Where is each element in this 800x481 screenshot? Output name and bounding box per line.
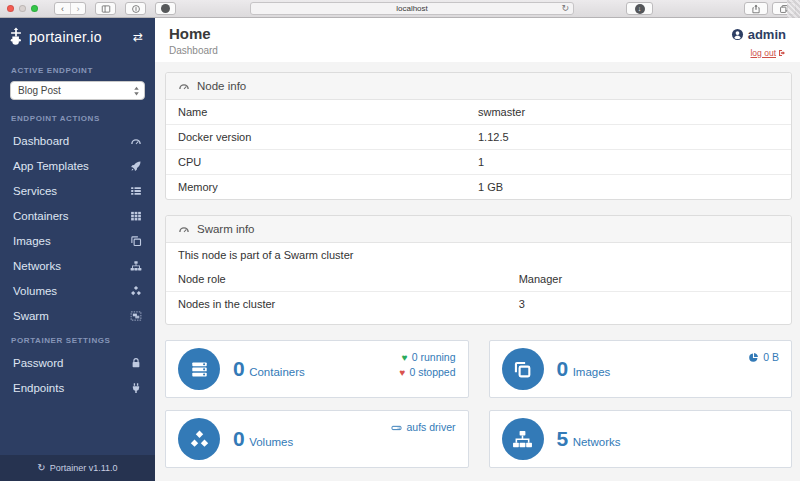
sidebar-item-swarm[interactable]: Swarm: [0, 303, 155, 328]
sidebar-item-app-templates[interactable]: App Templates: [0, 153, 155, 178]
logo[interactable]: portainer.io ⇄: [0, 18, 155, 57]
circle-line-icon: [131, 4, 141, 14]
refresh-icon[interactable]: ↻: [561, 3, 569, 14]
sidebar-item-dashboard[interactable]: Dashboard: [0, 128, 155, 153]
table-row: Name swmaster: [166, 100, 791, 124]
sitemap-icon: [512, 429, 533, 450]
heartbeat-red-icon: ♥: [399, 368, 405, 378]
containers-details: ♥ 0 running ♥ 0 stopped: [399, 350, 455, 380]
extension-icon: [161, 4, 170, 13]
minimize-window-button[interactable]: [19, 5, 26, 12]
images-count: 0: [557, 357, 569, 380]
row-label: Nodes in the cluster: [166, 292, 507, 316]
sidebar-item-label: Networks: [13, 260, 61, 272]
share-icon: [751, 4, 761, 14]
extension-button[interactable]: [155, 2, 176, 15]
sidebar-toggle-button[interactable]: [95, 2, 116, 15]
sitemap-icon: [130, 260, 142, 272]
user-box: admin log out: [731, 27, 786, 60]
networks-count: 5: [557, 427, 569, 450]
sidebar-item-label: Dashboard: [13, 135, 69, 147]
images-size: 0 B: [763, 350, 779, 365]
row-value: Manager: [507, 267, 574, 291]
row-value: 1: [466, 150, 496, 174]
window-controls: [7, 5, 38, 12]
volumes-details: aufs driver: [391, 420, 455, 435]
volumes-count: 0: [233, 427, 245, 450]
tachometer-icon: [178, 223, 190, 235]
logout-label: log out: [750, 48, 776, 58]
hdd-icon: [391, 422, 402, 433]
reader-button[interactable]: [125, 2, 146, 15]
images-card[interactable]: 0 Images 0 B: [489, 340, 793, 398]
sidebar-item-label: Swarm: [13, 310, 49, 322]
cubes-icon: [189, 429, 210, 450]
address-bar[interactable]: localhost ↻: [250, 2, 574, 15]
sidebar-item-containers[interactable]: Containers: [0, 203, 155, 228]
row-value: 1 GB: [466, 175, 515, 199]
tachometer-icon: [130, 135, 142, 147]
close-window-button[interactable]: [7, 5, 14, 12]
row-label: CPU: [166, 150, 466, 174]
row-label: Memory: [166, 175, 466, 199]
sidebar-item-services[interactable]: Services: [0, 178, 155, 203]
row-value: 3: [507, 292, 537, 316]
logout-link[interactable]: log out: [750, 48, 786, 58]
swarm-cluster-note: This node is part of a Swarm cluster: [166, 243, 791, 267]
sidebar-item-label: Containers: [13, 210, 69, 222]
sign-out-icon: [778, 49, 786, 57]
page-header: Home Dashboard admin log out: [155, 18, 800, 62]
sidebar-panel-icon: [101, 4, 111, 14]
forward-icon[interactable]: ›: [70, 3, 85, 14]
downloads-button[interactable]: ↓: [626, 2, 653, 15]
running-count: 0 running: [412, 350, 456, 365]
share-button[interactable]: [744, 2, 768, 15]
heartbeat-green-icon: ♥: [402, 353, 408, 363]
node-info-header: Node info: [166, 73, 791, 100]
sidebar: portainer.io ⇄ ACTIVE ENDPOINT Blog Post…: [0, 18, 155, 481]
username: admin: [748, 27, 786, 42]
grid-icon: [130, 210, 142, 222]
sidebar-item-images[interactable]: Images: [0, 228, 155, 253]
list-icon: [130, 185, 142, 197]
node-info-panel: Node info Name swmaster Docker version 1…: [165, 72, 792, 200]
endpoint-select[interactable]: Blog Post: [10, 81, 145, 100]
url-text: localhost: [396, 4, 428, 13]
endpoint-select-value: Blog Post: [18, 85, 61, 96]
tachometer-icon: [178, 80, 190, 92]
user-circle-icon: [731, 28, 744, 41]
row-label: Docker version: [166, 125, 466, 149]
sidebar-item-label: Images: [13, 235, 51, 247]
sidebar-item-password[interactable]: Password: [0, 350, 155, 375]
window-corner: [787, 0, 800, 18]
swarm-info-header: Swarm info: [166, 216, 791, 243]
images-details: 0 B: [748, 350, 779, 365]
volumes-card[interactable]: 0 Volumes aufs driver: [165, 410, 469, 468]
swarm-info-table: Node role Manager Nodes in the cluster 3: [166, 267, 791, 316]
zoom-window-button[interactable]: [31, 5, 38, 12]
networks-card[interactable]: 5 Networks: [489, 410, 793, 468]
panel-title: Swarm info: [197, 223, 255, 235]
table-row: Docker version 1.12.5: [166, 124, 791, 149]
images-circle: [502, 348, 544, 390]
sidebar-footer: ↻ Portainer v1.11.0: [0, 455, 155, 481]
select-caret-icon: [133, 85, 140, 99]
pie-chart-icon: [748, 352, 759, 363]
row-label: Name: [166, 100, 466, 124]
download-icon: ↓: [635, 4, 645, 14]
sidebar-item-label: App Templates: [13, 160, 89, 172]
row-value: swmaster: [466, 100, 537, 124]
sidebar-item-endpoints[interactable]: Endpoints: [0, 375, 155, 400]
containers-card[interactable]: 0 Containers ♥ 0 running ♥ 0 stopped: [165, 340, 469, 398]
sidebar-item-volumes[interactable]: Volumes: [0, 278, 155, 303]
containers-label: Containers: [249, 366, 305, 378]
portainer-logo-icon: [8, 27, 24, 47]
collapse-sidebar-icon[interactable]: ⇄: [133, 31, 143, 43]
refresh-icon: ↻: [37, 463, 45, 473]
active-endpoint-label: ACTIVE ENDPOINT: [0, 57, 155, 79]
networks-label: Networks: [573, 436, 621, 448]
back-icon[interactable]: ‹: [55, 3, 70, 14]
sidebar-item-networks[interactable]: Networks: [0, 253, 155, 278]
server-icon: [189, 359, 210, 380]
table-row: CPU 1: [166, 149, 791, 174]
